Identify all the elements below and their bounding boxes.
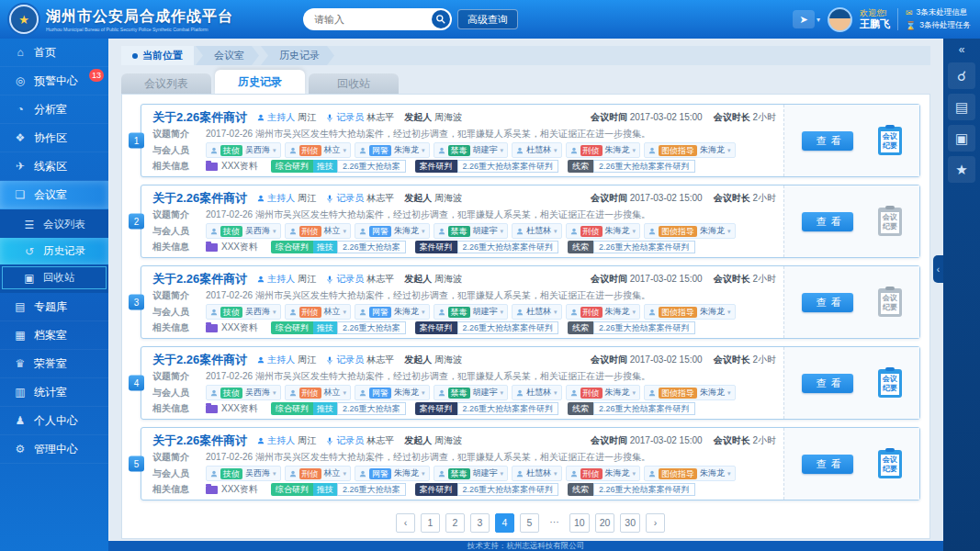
attendee-chip[interactable]: 图侦指导 朱海龙 ▾ xyxy=(644,142,736,158)
sidebar-item[interactable]: ▤ 专题库 xyxy=(0,293,108,321)
info-group[interactable]: 案件研判 2.26重大抢劫案案件研判 xyxy=(415,483,559,496)
sidebar-subitem[interactable]: ☰ 会议列表 xyxy=(0,211,108,238)
sidebar-item[interactable]: ❏ 会议室 xyxy=(0,181,108,209)
minutes-button[interactable]: 会议纪要 xyxy=(878,127,902,155)
share-icon[interactable]: ➤ xyxy=(793,10,815,28)
attendee-chip[interactable]: 刑侦 朱海龙 ▾ xyxy=(566,466,641,481)
meeting-title[interactable]: 关于2.26案件商讨 xyxy=(152,433,247,449)
attendee-chip[interactable]: 刑侦 朱海龙 ▾ xyxy=(566,304,641,320)
info-group[interactable]: 线索 2.26重大抢劫案案件研判 xyxy=(568,402,695,415)
attendee-chip[interactable]: 禁毒 胡建宇 ▾ xyxy=(434,385,509,400)
prev-page-button[interactable]: ‹ xyxy=(396,513,415,533)
sidebar-item[interactable]: ✈ 线索区 xyxy=(0,152,108,181)
info-group[interactable]: 案件研判 2.26重大抢劫案案件研判 xyxy=(415,402,559,415)
save-icon[interactable]: ▤ xyxy=(948,94,975,120)
attendee-chip[interactable]: 网警 朱海龙 ▾ xyxy=(355,304,430,320)
page-button[interactable]: 10 xyxy=(569,513,590,533)
minutes-button[interactable]: 会议纪要 xyxy=(878,288,902,317)
info-group[interactable]: 综合研判 推技 2.26重大抢劫案 xyxy=(271,241,406,253)
meeting-title[interactable]: 关于2.26案件商讨 xyxy=(152,190,247,207)
view-button[interactable]: 查看 xyxy=(802,131,853,151)
info-group[interactable]: 案件研判 2.26重大抢劫案案件研判 xyxy=(415,321,559,334)
sidebar-item[interactable]: ⌂ 首页 xyxy=(0,39,108,67)
info-group[interactable]: 综合研判 推技 2.26重大抢劫案 xyxy=(271,483,406,496)
page-button[interactable]: 5 xyxy=(520,513,539,533)
minutes-button[interactable]: 会议纪要 xyxy=(878,208,902,236)
page-button[interactable]: 3 xyxy=(470,513,490,533)
search-panel-icon[interactable]: ☌ xyxy=(948,62,975,89)
attendee-chip[interactable]: 网警 朱海龙 ▾ xyxy=(355,385,430,400)
sidebar-item[interactable]: ◔ 分析室 xyxy=(0,96,108,124)
attendee-chip[interactable]: 网警 朱海龙 ▾ xyxy=(355,142,430,158)
attendee-chip[interactable]: 技侦 吴西海 ▾ xyxy=(206,142,281,158)
attendee-chip[interactable]: 网警 朱海龙 ▾ xyxy=(355,223,430,239)
meeting-title[interactable]: 关于2.26案件商讨 xyxy=(152,352,247,368)
info-group[interactable]: 案件研判 2.26重大抢劫案案件研判 xyxy=(415,160,559,173)
sidebar-item[interactable]: ❖ 协作区 xyxy=(0,124,108,152)
minutes-button[interactable]: 会议纪要 xyxy=(878,450,902,478)
info-group[interactable]: 线索 2.26重大抢劫案案件研判 xyxy=(568,321,695,334)
page-button[interactable]: 20 xyxy=(595,513,615,533)
attendee-chip[interactable]: 禁毒 胡建宇 ▾ xyxy=(434,304,509,320)
panel-collapse-handle[interactable]: ‹ xyxy=(933,255,943,283)
breadcrumb-item[interactable]: 会议室 xyxy=(196,46,259,65)
tab[interactable]: 回收站 xyxy=(309,73,399,94)
page-button[interactable]: 2 xyxy=(445,513,465,533)
view-button[interactable]: 查看 xyxy=(802,212,853,231)
info-group[interactable]: 综合研判 推技 2.26重大抢劫案 xyxy=(271,321,406,334)
minutes-button[interactable]: 会议纪要 xyxy=(878,369,902,398)
sidebar-item[interactable]: ♛ 荣誉室 xyxy=(0,350,108,378)
view-button[interactable]: 查看 xyxy=(802,374,853,393)
user-avatar[interactable] xyxy=(828,7,852,32)
sidebar-item[interactable]: ♟ 个人中心 xyxy=(0,407,108,435)
attendee-chip[interactable]: 杜慧林 ▾ xyxy=(512,466,562,481)
material-link[interactable]: XXX资料 xyxy=(206,402,258,415)
info-group[interactable]: 线索 2.26重大抢劫案案件研判 xyxy=(568,483,695,496)
sidebar-subitem[interactable]: ↺ 历史记录 xyxy=(0,238,108,264)
page-button[interactable]: 1 xyxy=(421,513,440,533)
collapse-icon[interactable]: « xyxy=(948,41,975,58)
attendee-chip[interactable]: 刑侦 林立 ▾ xyxy=(285,304,352,320)
sidebar-item[interactable]: ▥ 统计室 xyxy=(0,378,108,407)
attendee-chip[interactable]: 网警 朱海龙 ▾ xyxy=(355,466,430,481)
attendee-chip[interactable]: 刑侦 朱海龙 ▾ xyxy=(566,223,641,239)
tab[interactable]: 历史记录 xyxy=(215,70,305,94)
attendee-chip[interactable]: 刑侦 朱海龙 ▾ xyxy=(566,385,641,400)
breadcrumb-item[interactable]: 历史记录 xyxy=(261,46,334,65)
material-link[interactable]: XXX资料 xyxy=(206,483,258,496)
info-group[interactable]: 综合研判 推技 2.26重大抢劫案 xyxy=(271,160,406,173)
page-button[interactable]: 30 xyxy=(620,513,640,533)
chevron-down-icon[interactable]: ▾ xyxy=(817,16,820,24)
notification-item[interactable]: ✉ 3条未处理信息 xyxy=(906,7,971,18)
attendee-chip[interactable]: 禁毒 胡建宇 ▾ xyxy=(434,142,509,158)
attendee-chip[interactable]: 杜慧林 ▾ xyxy=(512,385,562,400)
advanced-query-button[interactable]: 高级查询 xyxy=(457,9,518,29)
view-button[interactable]: 查看 xyxy=(802,293,853,312)
sidebar-item[interactable]: ⚙ 管理中心 xyxy=(0,435,108,464)
search-input[interactable] xyxy=(303,8,452,30)
material-link[interactable]: XXX资料 xyxy=(206,160,258,173)
attendee-chip[interactable]: 技侦 吴西海 ▾ xyxy=(206,304,281,320)
attendee-chip[interactable]: 禁毒 胡建宇 ▾ xyxy=(434,466,509,481)
meeting-title[interactable]: 关于2.26案件商讨 xyxy=(152,109,247,126)
view-button[interactable]: 查看 xyxy=(802,455,853,474)
monitor-icon[interactable]: ▣ xyxy=(948,125,975,152)
attendee-chip[interactable]: 图侦指导 朱海龙 ▾ xyxy=(644,385,736,400)
info-group[interactable]: 案件研判 2.26重大抢劫案案件研判 xyxy=(415,241,559,253)
username[interactable]: 王鹏飞 xyxy=(860,18,890,29)
info-group[interactable]: 综合研判 推技 2.26重大抢劫案 xyxy=(271,402,406,415)
attendee-chip[interactable]: 刑侦 朱海龙 ▾ xyxy=(566,142,641,158)
attendee-chip[interactable]: 刑侦 林立 ▾ xyxy=(285,466,352,481)
attendee-chip[interactable]: 杜慧林 ▾ xyxy=(512,142,562,158)
material-link[interactable]: XXX资料 xyxy=(206,321,258,334)
attendee-chip[interactable]: 图侦指导 朱海龙 ▾ xyxy=(644,223,736,239)
sidebar-subitem[interactable]: ▣ 回收站 xyxy=(0,264,108,291)
attendee-chip[interactable]: 杜慧林 ▾ xyxy=(512,304,562,320)
attendee-chip[interactable]: 技侦 吴西海 ▾ xyxy=(206,385,281,400)
attendee-chip[interactable]: 刑侦 林立 ▾ xyxy=(285,142,352,158)
next-page-button[interactable]: › xyxy=(646,513,665,533)
attendee-chip[interactable]: 禁毒 胡建宇 ▾ xyxy=(434,223,509,239)
info-group[interactable]: 线索 2.26重大抢劫案案件研判 xyxy=(568,241,695,253)
sidebar-item[interactable]: ◎ 预警中心 13 xyxy=(0,67,108,96)
attendee-chip[interactable]: 技侦 吴西海 ▾ xyxy=(206,223,281,239)
